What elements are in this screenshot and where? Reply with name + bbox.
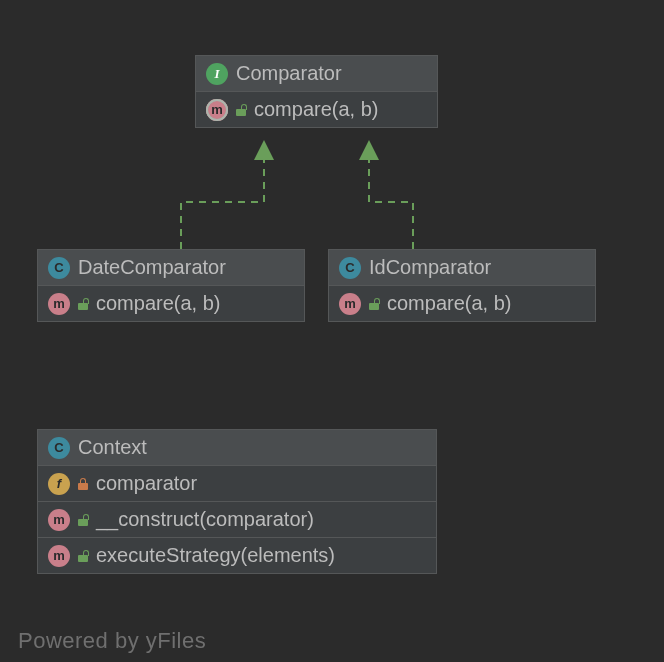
class-name: Comparator bbox=[236, 62, 342, 85]
uml-member-row: m compare(a, b) bbox=[329, 286, 595, 321]
method-icon: m bbox=[48, 545, 70, 567]
class-name: Context bbox=[78, 436, 147, 459]
uml-header: C DateComparator bbox=[38, 250, 304, 286]
uml-class-idcomparator[interactable]: C IdComparator m compare(a, b) bbox=[328, 249, 596, 322]
member-label: __construct(comparator) bbox=[96, 508, 314, 531]
method-icon: m bbox=[48, 509, 70, 531]
member-label: executeStrategy(elements) bbox=[96, 544, 335, 567]
field-icon: f bbox=[48, 473, 70, 495]
uml-class-context[interactable]: C Context f comparator m __construct(com… bbox=[37, 429, 437, 574]
member-label: comparator bbox=[96, 472, 197, 495]
member-label: compare(a, b) bbox=[254, 98, 379, 121]
class-name: IdComparator bbox=[369, 256, 491, 279]
class-icon: C bbox=[339, 257, 361, 279]
uml-member-row: m __construct(comparator) bbox=[38, 502, 436, 538]
lock-open-icon bbox=[78, 298, 88, 310]
member-label: compare(a, b) bbox=[96, 292, 221, 315]
method-icon: m bbox=[206, 99, 228, 121]
method-icon: m bbox=[48, 293, 70, 315]
method-icon: m bbox=[339, 293, 361, 315]
lock-open-icon bbox=[236, 104, 246, 116]
uml-member-row: m executeStrategy(elements) bbox=[38, 538, 436, 573]
member-label: compare(a, b) bbox=[387, 292, 512, 315]
class-name: DateComparator bbox=[78, 256, 226, 279]
uml-member-row: m compare(a, b) bbox=[196, 92, 437, 127]
uml-header: I Comparator bbox=[196, 56, 437, 92]
class-icon: C bbox=[48, 257, 70, 279]
svg-marker-1 bbox=[359, 140, 379, 160]
uml-header: C IdComparator bbox=[329, 250, 595, 286]
lock-closed-icon bbox=[78, 478, 88, 490]
class-icon: C bbox=[48, 437, 70, 459]
interface-icon: I bbox=[206, 63, 228, 85]
uml-interface-comparator[interactable]: I Comparator m compare(a, b) bbox=[195, 55, 438, 128]
lock-open-icon bbox=[78, 550, 88, 562]
lock-open-icon bbox=[369, 298, 379, 310]
uml-class-datecomparator[interactable]: C DateComparator m compare(a, b) bbox=[37, 249, 305, 322]
watermark-text: Powered by yFiles bbox=[18, 628, 206, 654]
svg-marker-0 bbox=[254, 140, 274, 160]
uml-member-row: f comparator bbox=[38, 466, 436, 502]
lock-open-icon bbox=[78, 514, 88, 526]
uml-member-row: m compare(a, b) bbox=[38, 286, 304, 321]
uml-header: C Context bbox=[38, 430, 436, 466]
